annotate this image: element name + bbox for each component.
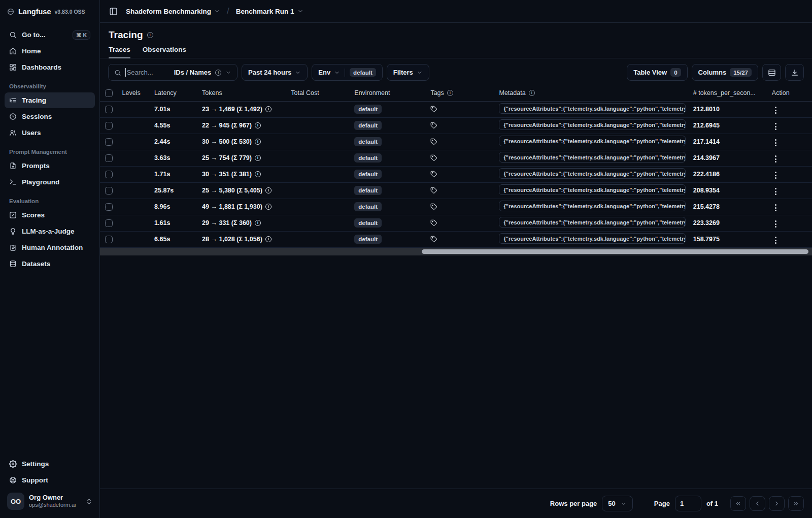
metadata-pill[interactable]: {"resourceAttributes":{"telemetry.sdk.la… <box>499 217 686 228</box>
metadata-pill[interactable]: {"resourceAttributes":{"telemetry.sdk.la… <box>499 103 686 114</box>
header-total-cost[interactable]: Total Cost <box>287 85 350 101</box>
table-row[interactable]: 8.96s 49 → 1,881 (Σ 1,930) default {"res… <box>100 199 812 215</box>
sidebar-item-datasets[interactable]: Datasets <box>5 256 95 272</box>
tags-cell[interactable] <box>426 182 495 199</box>
sidebar-toggle-button[interactable] <box>107 5 120 18</box>
table-view-button[interactable]: Table View 0 <box>627 64 687 81</box>
row-checkbox[interactable] <box>105 171 113 178</box>
columns-button[interactable]: Columns 15/27 <box>692 64 758 81</box>
search-input[interactable] <box>125 68 170 77</box>
metadata-pill[interactable]: {"resourceAttributes":{"telemetry.sdk.la… <box>499 201 686 211</box>
sidebar-item-users[interactable]: Users <box>5 125 95 141</box>
tags-cell[interactable] <box>426 215 495 231</box>
sidebar-item-llm-as-a-judge[interactable]: LLM-as-a-Judge <box>5 223 95 239</box>
tags-cell[interactable] <box>426 150 495 166</box>
row-checkbox[interactable] <box>105 122 113 130</box>
table-row[interactable]: 2.44s 30 → 500 (Σ 530) default {"resourc… <box>100 134 812 150</box>
row-checkbox[interactable] <box>105 187 113 195</box>
info-icon[interactable] <box>265 106 272 112</box>
tags-cell[interactable] <box>426 231 495 247</box>
metadata-pill[interactable]: {"resourceAttributes":{"telemetry.sdk.la… <box>499 152 686 163</box>
previous-page-button[interactable] <box>750 496 765 511</box>
breadcrumb-project[interactable]: Benchmark Run 1 <box>236 8 303 15</box>
metadata-pill[interactable]: {"resourceAttributes":{"telemetry.sdk.la… <box>499 136 686 146</box>
metadata-cell[interactable]: {"resourceAttributes":{"telemetry.sdk.la… <box>495 150 689 166</box>
sidebar-item-home[interactable]: Home <box>5 43 95 59</box>
sidebar-item-playground[interactable]: Playground <box>5 174 95 190</box>
sidebar-item-goto[interactable]: Go to... ⌘ K <box>5 27 95 43</box>
info-icon[interactable] <box>255 139 261 145</box>
kebab-menu-icon[interactable] <box>772 218 780 230</box>
info-icon[interactable] <box>255 155 261 161</box>
tags-cell[interactable] <box>426 134 495 150</box>
metadata-cell[interactable]: {"resourceAttributes":{"telemetry.sdk.la… <box>495 199 689 215</box>
header-tags[interactable]: Tags <box>426 85 495 101</box>
last-page-button[interactable] <box>788 496 804 511</box>
horizontal-scrollbar[interactable] <box>100 248 812 255</box>
env-filter-button[interactable]: Env default <box>312 64 383 81</box>
sidebar-item-dashboards[interactable]: Dashboards <box>5 59 95 75</box>
chevron-down-icon[interactable] <box>225 70 231 76</box>
table-row[interactable]: 4.55s 22 → 945 (Σ 967) default {"resourc… <box>100 117 812 134</box>
metadata-cell[interactable]: {"resourceAttributes":{"telemetry.sdk.la… <box>495 182 689 199</box>
metadata-cell[interactable]: {"resourceAttributes":{"telemetry.sdk.la… <box>495 166 689 182</box>
table-row[interactable]: 1.71s 30 → 351 (Σ 381) default {"resourc… <box>100 166 812 182</box>
table-row[interactable]: 6.65s 28 → 1,028 (Σ 1,056) default {"res… <box>100 231 812 247</box>
table-row[interactable]: 7.01s 23 → 1,469 (Σ 1,492) default {"res… <box>100 101 812 117</box>
metadata-pill[interactable]: {"resourceAttributes":{"telemetry.sdk.la… <box>499 233 686 244</box>
header-metadata[interactable]: Metadata <box>495 85 689 101</box>
metadata-cell[interactable]: {"resourceAttributes":{"telemetry.sdk.la… <box>495 117 689 134</box>
search-mode-label[interactable]: IDs / Names <box>174 69 212 76</box>
row-checkbox[interactable] <box>105 138 113 146</box>
next-page-button[interactable] <box>769 496 785 511</box>
breadcrumb-org[interactable]: Shadeform Benchmarking <box>126 8 220 15</box>
metadata-pill[interactable]: {"resourceAttributes":{"telemetry.sdk.la… <box>499 184 686 195</box>
kebab-menu-icon[interactable] <box>772 121 780 132</box>
tags-cell[interactable] <box>426 101 495 117</box>
page-number-input[interactable] <box>675 496 701 511</box>
metadata-cell[interactable]: {"resourceAttributes":{"telemetry.sdk.la… <box>495 231 689 247</box>
sidebar-item-sessions[interactable]: Sessions <box>5 109 95 124</box>
info-icon[interactable] <box>255 122 261 128</box>
table-row[interactable]: 25.87s 25 → 5,380 (Σ 5,405) default {"re… <box>100 182 812 199</box>
header-tokens[interactable]: Tokens <box>198 85 287 101</box>
sidebar-item-tracing[interactable]: Tracing <box>5 92 95 108</box>
sidebar-item-prompts[interactable]: Prompts <box>5 158 95 174</box>
kebab-menu-icon[interactable] <box>772 105 780 116</box>
tab-observations[interactable]: Observations <box>143 46 186 58</box>
metadata-cell[interactable]: {"resourceAttributes":{"telemetry.sdk.la… <box>495 101 689 117</box>
tags-cell[interactable] <box>426 166 495 182</box>
table-row[interactable]: 3.63s 25 → 754 (Σ 779) default {"resourc… <box>100 150 812 166</box>
header-levels[interactable]: Levels <box>118 85 150 101</box>
metadata-cell[interactable]: {"resourceAttributes":{"telemetry.sdk.la… <box>495 215 689 231</box>
header-environment[interactable]: Environment <box>350 85 426 101</box>
header-tokens-per-second[interactable]: # tokens_per_secon... <box>689 85 768 101</box>
sidebar-item-settings[interactable]: Settings <box>5 456 95 472</box>
header-latency[interactable]: Latency <box>150 85 198 101</box>
sidebar-item-support[interactable]: Support <box>5 472 95 488</box>
filters-button[interactable]: Filters <box>387 64 429 81</box>
export-button[interactable] <box>785 64 804 81</box>
rows-per-page-select[interactable]: 50 <box>602 496 632 511</box>
metadata-pill[interactable]: {"resourceAttributes":{"telemetry.sdk.la… <box>499 119 686 130</box>
tags-cell[interactable] <box>426 117 495 134</box>
row-height-button[interactable] <box>762 64 781 81</box>
kebab-menu-icon[interactable] <box>772 202 780 213</box>
row-checkbox[interactable] <box>105 154 113 162</box>
kebab-menu-icon[interactable] <box>772 170 780 181</box>
row-checkbox[interactable] <box>105 106 113 113</box>
info-icon[interactable] <box>265 236 272 242</box>
time-range-button[interactable]: Past 24 hours <box>242 64 308 81</box>
user-menu[interactable]: OO Org Owner ops@shadeform.ai <box>5 489 95 515</box>
kebab-menu-icon[interactable] <box>772 235 780 246</box>
info-icon[interactable] <box>255 220 261 226</box>
table-row[interactable]: 1.61s 29 → 331 (Σ 360) default {"resourc… <box>100 215 812 231</box>
select-all-checkbox[interactable] <box>105 89 113 97</box>
kebab-menu-icon[interactable] <box>772 186 780 197</box>
kebab-menu-icon[interactable] <box>772 153 780 165</box>
sidebar-item-human-annotation[interactable]: Human Annotation <box>5 240 95 255</box>
first-page-button[interactable] <box>730 496 746 511</box>
info-icon[interactable] <box>255 171 261 177</box>
row-checkbox[interactable] <box>105 203 113 211</box>
kebab-menu-icon[interactable] <box>772 137 780 148</box>
